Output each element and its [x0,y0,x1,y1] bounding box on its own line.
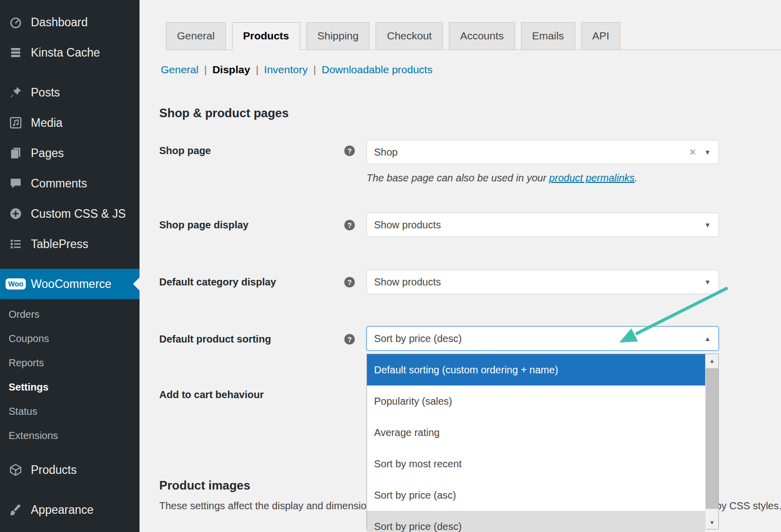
sidebar-item-appearance[interactable]: Appearance [0,495,140,525]
sidebar-item-tablepress[interactable]: TablePress [0,229,140,259]
wordpress-admin-screen: Dashboard Kinsta Cache Posts Media [0,0,781,532]
scroll-up-icon[interactable]: ▲ [706,354,718,367]
sidebar-item-products[interactable]: Products [0,455,140,485]
section-title-product-images: Product images [159,478,250,493]
woocommerce-icon: Woo [7,278,24,289]
subnav-separator: | [313,64,316,75]
default-product-sorting-help-icon[interactable]: ? [344,334,355,345]
submenu-item-settings[interactable]: Settings [0,375,140,399]
settings-tabs: General Products Shipping Checkout Accou… [166,22,781,50]
tab-products[interactable]: Products [232,22,300,50]
sidebar-item-label: Custom CSS & JS [31,207,126,221]
pushpin-icon [7,86,24,99]
sidebar-item-kinsta-cache[interactable]: Kinsta Cache [0,37,140,68]
shop-page-select-value: Shop [374,147,398,158]
dashboard-icon [7,16,24,29]
menu-separator [0,259,140,269]
default-category-display-help-icon[interactable]: ? [344,277,355,287]
products-subnav: General|Display|Inventory|Downloadable p… [161,64,433,76]
submenu-item-orders[interactable]: Orders [0,302,140,326]
default-product-sorting-label: Default product sorting [159,333,271,345]
shop-page-select[interactable]: Shop × ▼ [366,140,719,164]
submenu-item-coupons[interactable]: Coupons [0,326,140,351]
sorting-dropdown: Default sorting (custom ordering + name)… [366,354,719,529]
subnav-link-downloadable-products[interactable]: Downloadable products [321,64,432,75]
tab-emails[interactable]: Emails [521,22,575,50]
default-product-sorting-select[interactable]: Sort by price (desc) ▲ [366,326,719,351]
dropdown-option-popularity[interactable]: Popularity (sales) [367,385,705,417]
shop-page-label: Shop page [159,145,211,157]
menu-separator [0,68,140,77]
shop-page-help-icon[interactable]: ? [344,146,355,156]
tab-general[interactable]: General [166,22,226,50]
chevron-up-icon: ▲ [704,335,711,343]
scrollbar-thumb[interactable] [706,368,718,509]
subnav-link-inventory[interactable]: Inventory [264,64,307,75]
subnav-link-general[interactable]: General [161,64,199,75]
sidebar-item-custom-css-js[interactable]: Custom CSS & JS [0,199,140,229]
submenu-item-reports[interactable]: Reports [0,351,140,375]
admin-sidebar: Dashboard Kinsta Cache Posts Media [0,0,140,532]
plus-circle-icon [7,207,24,220]
products-box-icon [7,463,24,476]
pages-icon [7,147,24,160]
woocommerce-submenu: Orders Coupons Reports Settings Status E… [0,299,140,455]
tab-api[interactable]: API [581,22,621,50]
clear-selection-icon[interactable]: × [690,147,696,158]
shop-page-display-select[interactable]: Show products ▼ [366,213,719,237]
default-category-display-select-value: Show products [374,276,441,288]
shop-page-display-help-icon[interactable]: ? [344,220,355,230]
sidebar-item-pages[interactable]: Pages [0,138,140,168]
section-title-shop-product-pages: Shop & product pages [159,106,289,120]
description-text: . [634,172,637,183]
scroll-down-icon[interactable]: ▼ [706,516,718,529]
sidebar-item-label: Dashboard [31,16,88,29]
subnav-link-display[interactable]: Display [212,64,250,75]
description-text: The base page can also be used in your [366,172,549,183]
sidebar-item-woocommerce[interactable]: Woo WooCommerce [0,269,140,299]
dropdown-option-price-desc[interactable]: Sort by price (desc) [367,511,705,532]
chevron-down-icon: ▼ [704,149,711,156]
subnav-separator: | [256,64,258,75]
menu-separator [0,485,140,495]
sidebar-item-label: Comments [31,177,87,190]
shop-page-description: The base page can also be used in your p… [366,172,637,184]
comment-bubble-icon [7,177,24,190]
dropdown-option-default-sorting[interactable]: Default sorting (custom ordering + name) [367,354,705,385]
sidebar-item-media[interactable]: Media [0,108,140,138]
default-category-display-label: Default category display [159,276,276,288]
dropdown-option-price-asc[interactable]: Sort by price (asc) [367,479,705,511]
tab-checkout[interactable]: Checkout [376,22,443,50]
product-permalinks-link[interactable]: product permalinks [549,172,634,183]
shop-page-display-select-value: Show products [374,219,441,231]
add-to-cart-behaviour-label: Add to cart behaviour [159,389,264,401]
table-list-icon [7,237,24,251]
sidebar-item-label: Media [31,116,63,130]
sidebar-item-posts[interactable]: Posts [0,77,140,108]
submenu-item-extensions[interactable]: Extensions [0,423,140,448]
settings-main: General Products Shipping Checkout Accou… [140,0,781,532]
subnav-separator: | [204,64,207,75]
default-product-sorting-select-value: Sort by price (desc) [374,333,462,345]
cache-stack-icon [7,46,24,59]
sorting-options-list: Default sorting (custom ordering + name)… [367,354,705,532]
sidebar-item-label: Appearance [31,503,94,517]
tab-shipping[interactable]: Shipping [306,22,370,50]
media-icon [7,116,24,129]
dropdown-option-average-rating[interactable]: Average rating [367,417,705,448]
sidebar-item-label: Products [31,463,77,477]
default-category-display-select[interactable]: Show products ▼ [366,270,719,294]
sidebar-item-comments[interactable]: Comments [0,168,140,199]
sidebar-item-dashboard[interactable]: Dashboard [0,7,140,37]
sidebar-item-label: Pages [31,147,64,160]
woo-logo: Woo [6,278,26,289]
submenu-item-status[interactable]: Status [0,399,140,423]
chevron-down-icon: ▼ [704,221,711,229]
dropdown-scrollbar[interactable]: ▲ ▼ [705,354,718,529]
dropdown-option-most-recent[interactable]: Sort by most recent [367,448,705,479]
sidebar-item-label: Posts [31,86,60,100]
shop-page-display-label: Shop page display [159,219,249,231]
sidebar-item-label: WooCommerce [31,277,111,291]
tab-accounts[interactable]: Accounts [449,22,515,50]
sidebar-item-label: Kinsta Cache [31,46,100,60]
